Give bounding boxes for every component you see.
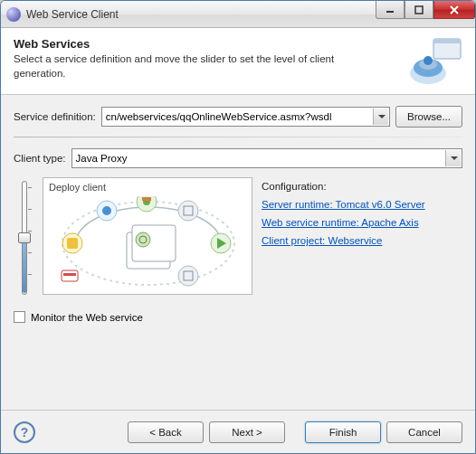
minimize-icon [386,5,395,14]
client-type-label: Client type: [14,153,66,164]
minimize-button[interactable] [376,1,405,19]
webservice-banner-icon [408,37,462,86]
finish-button[interactable]: Finish [305,421,381,443]
dialog-window: Web Service Client Web Services Select a… [0,0,476,454]
client-type-row: Client type: Java Proxy [14,148,462,168]
browse-button[interactable]: Browse... [395,106,462,128]
svg-rect-16 [67,238,78,249]
dialog-header: Web Services Select a service definition… [1,28,475,95]
close-button[interactable] [433,1,475,19]
svg-point-14 [136,232,150,247]
svg-rect-21 [142,197,151,201]
chevron-down-icon [451,156,458,164]
chevron-down-icon [378,115,386,122]
configuration-title: Configuration: [262,181,461,192]
generation-level-slider[interactable] [22,181,27,295]
window-controls [376,1,475,19]
dialog-footer: ? < Back Next > Finish Cancel [1,410,475,453]
monitor-checkbox[interactable] [14,311,25,323]
header-heading: Web Services [14,37,462,51]
slider-fill [23,241,26,293]
client-area: Deploy client [14,177,462,295]
separator [14,137,462,137]
svg-point-26 [178,266,198,286]
header-description: Select a service definition and move the… [14,52,357,80]
svg-rect-1 [415,6,423,14]
server-runtime-link[interactable]: Server runtime: Tomcat v6.0 Server [262,199,461,210]
help-button[interactable]: ? [14,421,35,443]
diagram-caption: Deploy client [49,182,106,193]
maximize-icon [414,5,424,14]
client-type-value: Java Proxy [76,153,128,164]
svg-point-7 [424,56,433,65]
svg-rect-30 [63,273,76,276]
configuration-column: Configuration: Server runtime: Tomcat v6… [260,177,462,295]
webservice-runtime-link[interactable]: Web service runtime: Apache Axis [262,217,461,228]
deploy-flow-icon [49,196,248,290]
dialog-body: Service definition: cn/webservices/qqOnl… [1,95,475,334]
service-definition-row: Service definition: cn/webservices/qqOnl… [14,106,462,128]
monitor-row: Monitor the Web service [14,311,462,323]
client-project-link[interactable]: Client project: Webservice [262,235,461,246]
next-button[interactable]: Next > [209,421,285,443]
svg-point-22 [178,201,198,221]
svg-point-18 [102,206,111,215]
close-icon [450,5,459,14]
service-definition-value: cn/webservices/qqOnlineWebService.asmx?w… [106,111,332,122]
titlebar[interactable]: Web Service Client [1,1,475,28]
maximize-button[interactable] [405,1,433,19]
eclipse-icon [6,7,21,22]
svg-rect-3 [433,39,461,43]
monitor-label: Monitor the Web service [31,312,143,323]
cancel-button[interactable]: Cancel [386,421,462,443]
client-type-combo[interactable]: Java Proxy [71,148,462,168]
window-title: Web Service Client [26,8,119,21]
back-button[interactable]: < Back [128,421,204,443]
generation-level-slider-col [14,177,35,295]
service-definition-label: Service definition: [14,111,96,122]
help-icon: ? [21,425,29,440]
service-definition-combo[interactable]: cn/webservices/qqOnlineWebService.asmx?w… [101,107,390,127]
deploy-diagram: Deploy client [43,177,252,295]
slider-thumb[interactable] [18,232,31,243]
